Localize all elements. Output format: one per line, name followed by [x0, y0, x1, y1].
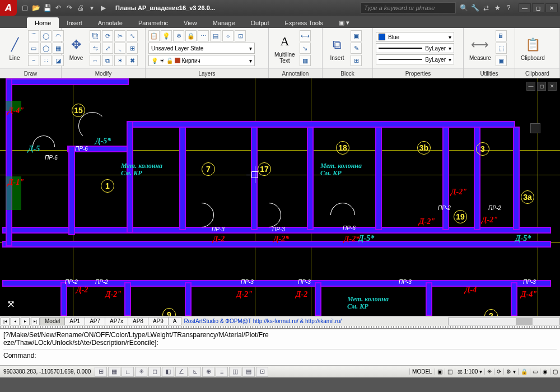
layerprop-icon[interactable]: 📋	[148, 30, 160, 41]
rect-icon[interactable]: ▭	[28, 43, 39, 54]
offset-icon[interactable]: ⧉	[102, 55, 113, 66]
tab-express[interactable]: Express Tools	[277, 17, 331, 28]
close-button[interactable]: ✕	[545, 3, 558, 12]
layer-combo[interactable]: 💡 ☀ 🔓 Кирпич▾	[148, 55, 255, 66]
layermore-icon[interactable]: ⋯	[198, 30, 209, 41]
play-icon[interactable]: ▶	[99, 3, 108, 12]
ellipse-icon[interactable]: ◯	[40, 43, 52, 54]
sc-toggle[interactable]: ⊡	[256, 367, 268, 377]
layermatch-icon[interactable]: ⟐	[222, 30, 234, 41]
attr-icon[interactable]: ⊞	[351, 55, 362, 66]
table-icon[interactable]: ▦	[300, 55, 311, 66]
layout-tab-ar7x[interactable]: АР7x	[105, 317, 128, 325]
panel-annotation[interactable]: Annotation	[269, 68, 322, 78]
calc-icon[interactable]: 🖩	[496, 30, 507, 41]
credit-link[interactable]: RostArtStudio & ФОРМ@Т http://ks-format.…	[181, 318, 344, 324]
mirror-icon[interactable]: ⇋	[90, 43, 101, 54]
star-icon[interactable]: ★	[493, 3, 502, 12]
hardware-accel-icon[interactable]: ▭	[530, 368, 540, 375]
layout-tab-a[interactable]: A	[168, 317, 182, 325]
layeriso-icon[interactable]: ⊡	[235, 30, 246, 41]
layout-tab-ar8[interactable]: АР8	[128, 317, 148, 325]
panel-layers[interactable]: Layers	[146, 68, 268, 78]
workspace-switch[interactable]: ⚙ ▾	[503, 368, 518, 375]
help-icon[interactable]: ?	[504, 3, 513, 12]
search-input[interactable]: Type a keyword or phrase	[361, 2, 456, 13]
isolate-icon[interactable]: ◉	[540, 368, 550, 375]
tab-parametric[interactable]: Parametric	[130, 17, 176, 28]
panel-utilities[interactable]: Utilities	[464, 68, 515, 78]
viewcube[interactable]	[530, 123, 540, 133]
layout-tab-ar9[interactable]: АР9	[148, 317, 169, 325]
create-block-icon[interactable]: ▣	[351, 30, 362, 41]
more-icon[interactable]: ▾	[87, 3, 96, 12]
polyline-icon[interactable]: ⌒	[28, 30, 39, 41]
linetype-combo[interactable]: ByLayer▾	[376, 54, 454, 64]
layout-next-icon[interactable]: ▸	[21, 318, 30, 325]
binoculars-icon[interactable]: 🔍	[459, 3, 468, 12]
snap-toggle[interactable]: ⊞	[95, 367, 107, 377]
ortho-toggle[interactable]: ∟	[122, 367, 134, 377]
mtext-button[interactable]: AMultiline Text	[272, 31, 298, 65]
save-icon[interactable]: 💾	[43, 3, 52, 12]
move-button[interactable]: ✥Move	[64, 35, 88, 62]
vp-max-icon[interactable]: ◻	[537, 82, 546, 91]
tab-annotate[interactable]: Annotate	[90, 17, 130, 28]
qp-toggle[interactable]: ▤	[242, 367, 255, 377]
osnap-toggle[interactable]: ◻	[148, 367, 161, 377]
tpy-toggle[interactable]: ◫	[229, 367, 241, 377]
annotation-scale[interactable]: ⚖ 1:100 ▾	[455, 368, 485, 375]
command-prompt[interactable]: Command:	[3, 352, 557, 360]
lock-icon[interactable]: 🔒	[185, 30, 197, 41]
layout-tab-ar1[interactable]: АР1	[64, 317, 85, 325]
circle-icon[interactable]: ◯	[40, 30, 52, 41]
panel-draw[interactable]: Draw	[0, 68, 61, 78]
panel-properties[interactable]: Properties	[373, 68, 463, 78]
toolbar-lock-icon[interactable]: 🔒	[518, 368, 530, 375]
tab-home[interactable]: Home	[27, 17, 59, 28]
tab-output[interactable]: Output	[243, 17, 277, 28]
point-icon[interactable]: ∷	[40, 55, 52, 66]
status-qv-icon[interactable]: ◫	[445, 368, 455, 375]
layer-state-combo[interactable]: Unsaved Layer State▾	[148, 43, 255, 54]
layout-last-icon[interactable]: ▸|	[31, 318, 40, 325]
panel-clipboard[interactable]: Clipboard	[515, 68, 559, 78]
redo-icon[interactable]: ↷	[65, 3, 74, 12]
measure-button[interactable]: ⟷Measure	[466, 35, 494, 62]
key-icon[interactable]: 🔧	[470, 3, 479, 12]
array-icon[interactable]: ⊞	[127, 43, 138, 54]
layercolor-icon[interactable]: ▤	[210, 30, 221, 41]
ducs-toggle[interactable]: ⊾	[189, 367, 201, 377]
lwt-toggle[interactable]: ≡	[216, 367, 228, 377]
cleanscreen-icon[interactable]: ▢	[550, 368, 560, 375]
panel-block[interactable]: Block	[323, 68, 372, 78]
minimize-button[interactable]: —	[519, 3, 531, 12]
panel-modify[interactable]: Modify	[62, 68, 145, 78]
open-icon[interactable]: 📂	[31, 3, 40, 12]
hscrollbar-thumb[interactable]	[516, 318, 533, 325]
edit-block-icon[interactable]: ✎	[351, 43, 362, 54]
extend-icon[interactable]: ⤡	[127, 30, 138, 41]
explode-icon[interactable]: ✶	[114, 55, 125, 66]
annoviz-icon[interactable]: ✳	[484, 368, 494, 375]
otrack-toggle[interactable]: ∠	[175, 367, 188, 377]
freeze-icon[interactable]: ❄	[173, 30, 184, 41]
line-button[interactable]: ╱Line	[3, 35, 26, 62]
fillet-icon[interactable]: ◟	[114, 43, 125, 54]
exchange-icon[interactable]: ⇄	[482, 3, 491, 12]
tab-view[interactable]: View	[176, 17, 205, 28]
rotate-icon[interactable]: ⟳	[102, 30, 113, 41]
dim-icon[interactable]: ⟷	[300, 30, 311, 41]
layout-tab-ar7[interactable]: АР7	[85, 317, 105, 325]
vp-close-icon[interactable]: ✕	[548, 82, 557, 91]
undo-icon[interactable]: ↶	[54, 3, 63, 12]
3dosnap-toggle[interactable]: ◧	[162, 367, 174, 377]
layout-first-icon[interactable]: |◂	[1, 318, 10, 325]
maximize-button[interactable]: ◻	[532, 3, 544, 12]
dyn-toggle[interactable]: ⊕	[202, 367, 214, 377]
selectall-icon[interactable]: ▣	[496, 55, 507, 66]
model-space-toggle[interactable]: MODEL	[409, 368, 435, 375]
drawing-area[interactable]: 151717183b33a1992 Д-4"Д-1"Д-2Д-2*Д-2*Д-2…	[0, 78, 560, 316]
tab-extras[interactable]: ▣ ▾	[331, 17, 357, 28]
lineweight-combo[interactable]: ByLayer▾	[376, 43, 454, 53]
